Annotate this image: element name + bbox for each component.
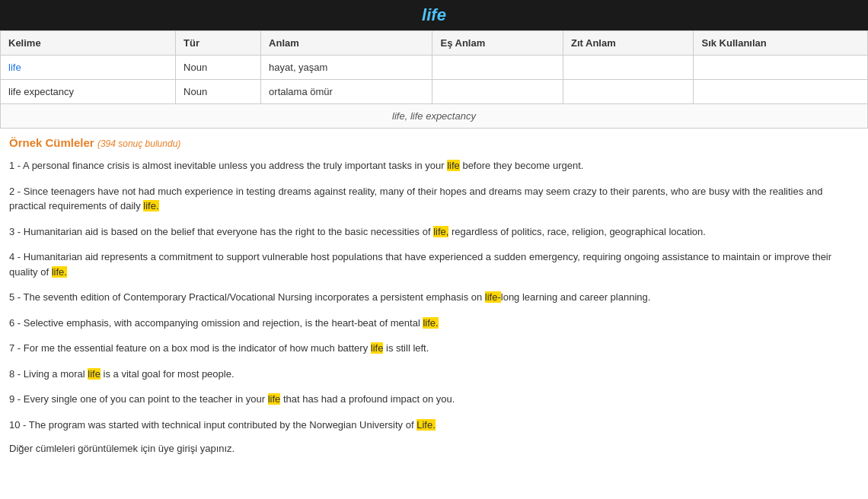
cell-meaning: ortalama ömür bbox=[261, 80, 432, 104]
sentence: 10 - The program was started with techni… bbox=[9, 418, 859, 433]
sentence: 8 - Living a moral life is a vital goal … bbox=[9, 367, 859, 382]
col-tur: Tür bbox=[176, 31, 261, 56]
page-header: life bbox=[0, 0, 868, 30]
cell-word[interactable]: life bbox=[1, 56, 176, 80]
highlighted-word: life bbox=[371, 342, 384, 354]
highlighted-word: life bbox=[88, 368, 101, 380]
col-anlam: Anlam bbox=[261, 31, 432, 56]
sentence: 4 - Humanitarian aid represents a commit… bbox=[9, 249, 859, 279]
col-sik-kullanilan: Sık Kullanılan bbox=[694, 31, 868, 56]
cell-common bbox=[694, 80, 868, 104]
examples-header: Örnek Cümleler (394 sonuç bulundu) bbox=[9, 136, 859, 149]
cell-antonym bbox=[563, 80, 694, 104]
col-zit-anlam: Zıt Anlam bbox=[563, 31, 694, 56]
examples-section: Örnek Cümleler (394 sonuç bulundu) 1 - A… bbox=[0, 129, 868, 462]
sentence: 1 - A personal finance crisis is almost … bbox=[9, 158, 859, 173]
highlighted-word: Life. bbox=[416, 419, 436, 431]
sentence: 2 - Since teenagers have not had much ex… bbox=[9, 184, 859, 214]
table-header-row: Kelime Tür Anlam Eş Anlam Zıt Anlam Sık … bbox=[1, 31, 868, 56]
word-table: Kelime Tür Anlam Eş Anlam Zıt Anlam Sık … bbox=[0, 30, 868, 104]
col-es-anlam: Eş Anlam bbox=[432, 31, 563, 56]
cell-synonym bbox=[432, 80, 563, 104]
highlighted-word: life bbox=[447, 160, 460, 171]
highlighted-word: life. bbox=[143, 200, 158, 211]
footer-note: Diğer cümleleri görüntülemek için üye gi… bbox=[9, 443, 859, 454]
table-row: life expectancyNounortalama ömür bbox=[1, 80, 868, 104]
highlighted-word: life. bbox=[52, 266, 67, 278]
sentences-container: 1 - A personal finance crisis is almost … bbox=[9, 158, 859, 432]
sentence: 7 - For me the essential feature on a bo… bbox=[9, 341, 859, 356]
cell-synonym bbox=[432, 56, 563, 80]
highlighted-word: life, bbox=[433, 226, 448, 237]
highlighted-word: life bbox=[268, 393, 281, 405]
cell-type: Noun bbox=[176, 56, 261, 80]
cell-meaning: hayat, yaşam bbox=[261, 56, 432, 80]
cell-word: life expectancy bbox=[1, 80, 176, 104]
highlighted-word: life- bbox=[485, 291, 501, 303]
table-row: lifeNounhayat, yaşam bbox=[1, 56, 868, 80]
sentence: 5 - The seventh edition of Contemporary … bbox=[9, 290, 859, 305]
page-title: life bbox=[422, 5, 446, 25]
sentence: 9 - Every single one of you can point to… bbox=[9, 392, 859, 407]
cell-antonym bbox=[563, 56, 694, 80]
sentence: 6 - Selective emphasis, with accompanyin… bbox=[9, 316, 859, 331]
highlighted-word: life. bbox=[423, 317, 438, 329]
col-kelime: Kelime bbox=[1, 31, 176, 56]
sentence: 3 - Humanitarian aid is based on the bel… bbox=[9, 224, 859, 240]
cell-common bbox=[694, 56, 868, 80]
table-footer: life, life expectancy bbox=[0, 104, 868, 129]
word-link[interactable]: life bbox=[8, 62, 21, 73]
cell-type: Noun bbox=[176, 80, 261, 104]
